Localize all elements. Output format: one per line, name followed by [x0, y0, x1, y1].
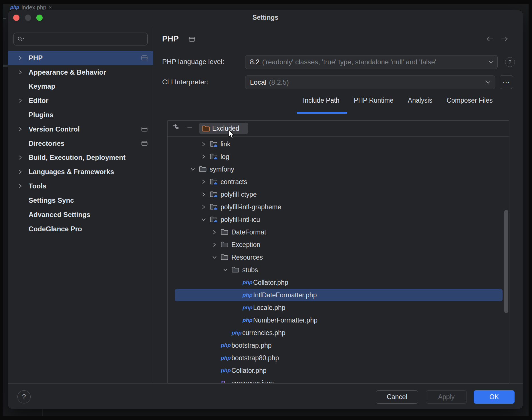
tree-scrollbar-thumb[interactable] — [504, 210, 508, 313]
chevron-down-icon — [212, 254, 217, 260]
remove-path-icon[interactable] — [187, 126, 193, 128]
sidebar-item-label: Keymap — [29, 79, 55, 93]
sidebar-item-label: Build, Execution, Deployment — [29, 150, 126, 165]
tree-row-contracts[interactable]: contracts — [168, 176, 509, 188]
tab-analysis[interactable]: Analysis — [408, 97, 432, 104]
tree-row-label: Collator.php — [231, 364, 267, 377]
sidebar-item-label: Appearance & Behavior — [29, 65, 106, 79]
screenshot-border — [529, 0, 532, 420]
cli-interpreter-more-button[interactable]: … — [500, 75, 513, 89]
tab-php-runtime[interactable]: PHP Runtime — [354, 97, 394, 104]
apply-button[interactable]: Apply — [426, 390, 467, 404]
tree-row-locale-php[interactable]: phpLocale.php — [168, 301, 509, 314]
tree-row-label: bootstrap.php — [231, 339, 272, 352]
tab-composer-files[interactable]: Composer Files — [446, 97, 493, 104]
tree-row-label: Locale.php — [253, 301, 285, 314]
chevron-down-icon — [201, 216, 207, 223]
tree-row-bootstrap-php[interactable]: phpbootstrap.php — [168, 339, 509, 352]
tree-row-label: Collator.php — [253, 276, 288, 289]
screen-icon — [141, 141, 148, 146]
search-icon — [17, 36, 25, 43]
php-file-icon: php — [232, 327, 242, 339]
screen-icon — [141, 126, 148, 132]
tree-row-stubs[interactable]: stubs — [168, 264, 509, 276]
tree-row-symfony[interactable]: symfony — [168, 163, 509, 176]
sidebar-item-plugins[interactable]: Plugins — [8, 108, 153, 122]
chevron-right-icon — [212, 229, 217, 235]
sidebar-item-settings-sync[interactable]: Settings Sync — [8, 193, 153, 208]
help-button[interactable]: ? — [17, 390, 31, 403]
sidebar-item-label: Languages & Frameworks — [29, 165, 114, 179]
back-arrow-icon[interactable] — [486, 35, 494, 42]
chevron-down-icon — [488, 59, 494, 65]
sidebar-item-languages-frameworks[interactable]: Languages & Frameworks — [8, 165, 153, 179]
chevron-right-icon — [201, 141, 207, 147]
tree-row-exception[interactable]: Exception — [168, 238, 509, 251]
settings-search-input[interactable] — [13, 33, 148, 45]
sidebar-item-keymap[interactable]: Keymap — [8, 79, 153, 93]
sidebar-item-php[interactable]: PHP — [8, 51, 153, 65]
tree-row-resources[interactable]: Resources — [168, 251, 509, 264]
language-level-value: 8.2 — [250, 58, 259, 66]
tree-row-polyfill-intl-icu[interactable]: polyfill-intl-icu — [168, 213, 509, 226]
editor-tab-close-icon[interactable]: × — [49, 4, 52, 11]
sidebar-item-tools[interactable]: Tools — [8, 179, 153, 193]
sidebar-item-directories[interactable]: Directories — [8, 136, 153, 151]
add-path-icon[interactable] — [172, 124, 179, 130]
forward-arrow-icon[interactable] — [500, 35, 509, 42]
language-level-label: PHP language level: — [162, 58, 224, 66]
tree-row-collator-php[interactable]: phpCollator.php — [168, 276, 509, 289]
settings-dialog: Settings PHPAppearance & BehaviorKeymapE… — [8, 10, 523, 409]
tree-row-label: Exception — [231, 238, 260, 251]
tree-row-link[interactable]: link — [168, 138, 509, 150]
tree-row-label: DateFormat — [231, 226, 266, 238]
screen-icon — [141, 55, 148, 61]
sidebar-item-editor[interactable]: Editor — [8, 93, 153, 108]
sidebar-item-build-execution-deployment[interactable]: Build, Execution, Deployment — [8, 150, 153, 165]
tree-row-intldateformatter-php[interactable]: phpIntlDateFormatter.php — [168, 289, 509, 301]
screenshot-border — [0, 416, 532, 420]
tree-toolbar: Excluded — [168, 121, 509, 137]
cli-interpreter-label: CLI Interpreter: — [162, 78, 208, 86]
sidebar-item-codeglance-pro[interactable]: CodeGlance Pro — [8, 222, 153, 236]
tree-row-dateformat[interactable]: DateFormat — [168, 226, 509, 238]
tab-include-path[interactable]: Include Path — [303, 97, 340, 104]
cancel-button[interactable]: Cancel — [376, 390, 418, 404]
sidebar-item-advanced-settings[interactable]: Advanced Settings — [8, 208, 153, 222]
tree-row-label: contracts — [221, 176, 247, 188]
tree-row-composer-json[interactable]: {}composer.json — [168, 377, 509, 383]
screen-icon — [189, 37, 195, 42]
chevron-right-icon — [201, 154, 207, 160]
mouse-cursor — [228, 130, 237, 139]
chevron-down-icon — [190, 166, 196, 172]
sidebar-item-label: Settings Sync — [29, 193, 74, 208]
language-level-select[interactable]: 8.2 ('readonly' classes, 'true' type, st… — [245, 55, 498, 69]
sidebar-item-appearance-behavior[interactable]: Appearance & Behavior — [8, 65, 153, 79]
sidebar-item-version-control[interactable]: Version Control — [8, 122, 153, 136]
editor-tab-filename: index.php — [21, 4, 46, 11]
tree-row-collator-php[interactable]: phpCollator.php — [168, 364, 509, 377]
folder-icon — [221, 241, 228, 248]
tree-row-label: stubs — [242, 264, 258, 276]
tree-row-label: symfony — [210, 163, 234, 176]
tree-row-label: composer.json — [231, 377, 274, 383]
php-file-icon: php — [243, 314, 253, 327]
language-level-help-icon[interactable]: ? — [505, 57, 515, 67]
tree-row-label: currencies.php — [242, 327, 285, 339]
tree-row-log[interactable]: log — [168, 150, 509, 163]
tree-row-label: polyfill-intl-grapheme — [221, 201, 281, 213]
tree-row-label: polyfill-ctype — [221, 188, 257, 201]
chevron-down-icon — [223, 267, 228, 273]
cli-interpreter-select[interactable]: Local (8.2.5) — [245, 75, 495, 89]
sidebar-item-label: Version Control — [29, 122, 80, 136]
tree-row-currencies-php[interactable]: phpcurrencies.php — [168, 327, 509, 339]
excluded-button[interactable]: Excluded — [199, 123, 248, 134]
ok-button[interactable]: OK — [474, 390, 515, 404]
tree-row-polyfill-intl-grapheme[interactable]: polyfill-intl-grapheme — [168, 201, 509, 213]
tree-row-label: log — [221, 150, 229, 163]
chevron-right-icon — [17, 69, 23, 75]
tree-row-bootstrap80-php[interactable]: phpbootstrap80.php — [168, 352, 509, 364]
tree-row-polyfill-ctype[interactable]: polyfill-ctype — [168, 188, 509, 201]
tree-row-numberformatter-php[interactable]: phpNumberFormatter.php — [168, 314, 509, 327]
php-file-icon: php — [243, 301, 253, 314]
